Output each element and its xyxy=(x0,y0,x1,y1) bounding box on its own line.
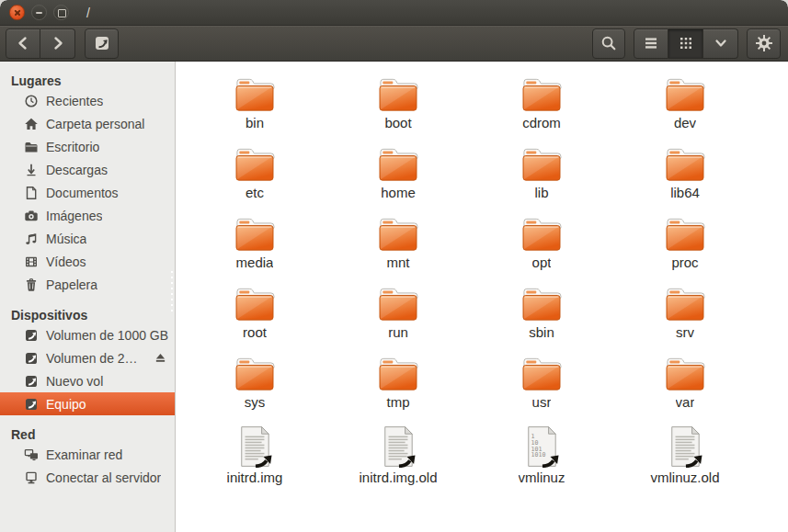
folder-label: usr xyxy=(532,394,552,410)
music-icon xyxy=(24,232,39,246)
sidebar-item-label: Carpeta personal xyxy=(46,117,144,131)
trash-icon xyxy=(24,277,39,292)
sidebar-item-label: Imágenes xyxy=(46,209,102,223)
folder-opt[interactable]: opt xyxy=(470,216,613,286)
search-button[interactable] xyxy=(592,28,625,59)
folder-proc[interactable]: proc xyxy=(613,216,757,286)
sidebar-item-label: Nuevo vol xyxy=(46,374,103,389)
folder-label: cdrom xyxy=(522,115,561,130)
sidebar-item-volumen-de-1000-gb[interactable]: Volumen de 1000 GB xyxy=(0,323,175,346)
folder-lib64[interactable]: lib64 xyxy=(613,146,757,216)
sidebar-item-papelera[interactable]: Papelera xyxy=(0,273,175,296)
file-initrd-img-old[interactable]: initrd.img.old xyxy=(326,425,470,497)
sidebar-item-label: Recientes xyxy=(46,94,103,108)
eject-button[interactable] xyxy=(154,352,166,364)
folder-dev[interactable]: dev xyxy=(613,76,757,146)
sidebar-item-label: Conectar al servidor xyxy=(46,470,161,485)
location-button[interactable] xyxy=(85,28,119,59)
sidebar-resize-grip[interactable] xyxy=(171,271,173,311)
folder-icon xyxy=(377,216,419,253)
folder-cdrom[interactable]: cdrom xyxy=(470,76,613,146)
clock-icon xyxy=(24,94,39,108)
drive-icon xyxy=(24,397,39,412)
folder-boot[interactable]: boot xyxy=(326,76,470,146)
sidebar-item-label: Equipo xyxy=(46,397,86,412)
sidebar-item-documentos[interactable]: Documentos xyxy=(0,181,175,204)
folder-root[interactable]: root xyxy=(183,286,326,356)
folder-icon xyxy=(664,146,706,183)
sidebar-item-conectar-al-servidor[interactable]: Conectar al servidor xyxy=(0,466,175,489)
sidebar-item-label: Volumen de 2… xyxy=(46,351,138,366)
folder-icon xyxy=(377,76,419,113)
sidebar-item-volumen-de-2[interactable]: Volumen de 2… xyxy=(0,346,175,369)
folder-label: sbin xyxy=(529,324,554,340)
sidebar-item-nuevo-vol[interactable]: Nuevo vol xyxy=(0,369,175,392)
folder-icon xyxy=(664,356,706,392)
sidebar-item-imagenes[interactable]: Imágenes xyxy=(0,204,175,227)
folder-mnt[interactable]: mnt xyxy=(326,216,470,286)
files-view[interactable]: bin boot cdrom dev etc home lib lib64 me… xyxy=(176,62,788,532)
folder-lib[interactable]: lib xyxy=(470,146,613,216)
folder-label: mnt xyxy=(386,255,409,270)
folder-label: opt xyxy=(532,255,552,270)
folder-run[interactable]: run xyxy=(326,286,470,356)
folder-etc[interactable]: etc xyxy=(183,146,326,216)
folder-icon xyxy=(664,286,706,323)
section-items: Recientes Carpeta personal Escritorio De… xyxy=(0,89,175,296)
folder-icon xyxy=(377,356,419,392)
eject-icon xyxy=(154,352,166,364)
view-options-button[interactable] xyxy=(703,28,738,59)
sidebar-item-carpeta-personal[interactable]: Carpeta personal xyxy=(0,112,175,135)
list-view-button[interactable] xyxy=(634,28,668,59)
sidebar-item-descargas[interactable]: Descargas xyxy=(0,158,175,181)
back-button[interactable] xyxy=(6,28,40,59)
settings-button[interactable] xyxy=(747,28,781,59)
maximize-button[interactable] xyxy=(53,5,69,20)
forward-button[interactable] xyxy=(40,28,75,59)
folder-media[interactable]: media xyxy=(183,216,326,286)
download-icon xyxy=(24,163,39,177)
sidebar-item-equipo[interactable]: Equipo xyxy=(0,392,175,415)
video-icon xyxy=(24,255,39,269)
sidebar-item-musica[interactable]: Música xyxy=(0,227,175,250)
sidebar-sections: Lugares Recientes Carpeta personal Escri… xyxy=(0,69,175,489)
content-area: Lugares Recientes Carpeta personal Escri… xyxy=(0,62,788,532)
file-label: initrd.img xyxy=(227,470,283,485)
folder-bin[interactable]: bin xyxy=(183,76,326,146)
grid-view-button[interactable] xyxy=(668,28,703,59)
folder-home[interactable]: home xyxy=(326,146,470,216)
folder-tmp[interactable]: tmp xyxy=(326,356,470,425)
sidebar-item-label: Documentos xyxy=(46,186,119,200)
folder-icon xyxy=(520,356,563,392)
sidebar-item-recientes[interactable]: Recientes xyxy=(0,89,175,112)
folder-label: media xyxy=(236,255,274,270)
folder-usr[interactable]: usr xyxy=(470,356,613,425)
file-vmlinuz-old[interactable]: vmlinuz.old xyxy=(613,425,757,497)
sidebar-item-examinar-red[interactable]: Examinar red xyxy=(0,443,175,466)
folder-icon xyxy=(234,146,276,183)
list-view-icon xyxy=(642,34,660,52)
file-grid: bin boot cdrom dev etc home lib lib64 me… xyxy=(183,76,788,497)
minimize-button[interactable] xyxy=(31,5,47,20)
file-symlink-icon xyxy=(381,425,416,468)
file-initrd-img[interactable]: initrd.img xyxy=(183,425,326,497)
folder-icon xyxy=(520,146,563,183)
folder-icon xyxy=(234,216,276,253)
sidebar-item-label: Papelera xyxy=(46,277,97,292)
sidebar-section-header: Dispositivos xyxy=(0,303,175,323)
back-icon xyxy=(14,34,32,52)
sidebar-item-label: Música xyxy=(46,232,86,246)
search-icon xyxy=(600,34,618,52)
file-symlink-icon xyxy=(668,425,702,468)
folder-var[interactable]: var xyxy=(613,356,757,425)
close-button[interactable] xyxy=(9,5,25,20)
folder-icon xyxy=(377,146,419,183)
folder-srv[interactable]: srv xyxy=(613,286,757,356)
sidebar-section-header: Red xyxy=(0,423,175,443)
file-vmlinuz[interactable]: vmlinuz xyxy=(470,425,613,497)
folder-icon xyxy=(520,216,563,253)
folder-sbin[interactable]: sbin xyxy=(470,286,613,356)
sidebar-item-escritorio[interactable]: Escritorio xyxy=(0,135,175,158)
sidebar-item-videos[interactable]: Vídeos xyxy=(0,250,175,273)
folder-sys[interactable]: sys xyxy=(183,356,326,425)
